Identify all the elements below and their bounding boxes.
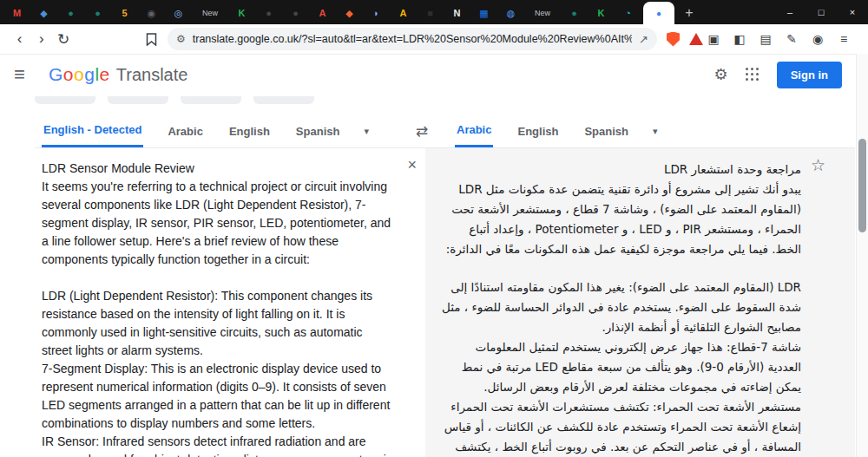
paragraph: مستشعر الأشعة تحت الحمراء: تكتشف مستشعرا… bbox=[439, 397, 801, 457]
browser-tab-notion[interactable]: N bbox=[444, 2, 470, 24]
language-tab-spanish[interactable]: Spanish bbox=[582, 114, 630, 147]
active-tab[interactable]: ● bbox=[643, 2, 674, 24]
swap-languages-icon[interactable]: ⇄ bbox=[389, 114, 455, 147]
tab-favicon-blue-site: ◆ bbox=[40, 9, 47, 18]
category-pill[interactable] bbox=[35, 96, 95, 104]
menu-icon[interactable]: ≡ bbox=[833, 29, 854, 49]
browser-tab-red-a-site[interactable]: A bbox=[309, 2, 336, 24]
page-scrollbar[interactable] bbox=[856, 54, 868, 457]
browser-tab-dark-site[interactable]: ● bbox=[255, 2, 282, 24]
browser-tab-teal-site[interactable]: ● bbox=[561, 2, 588, 24]
paragraph: يبدو أنك تشير إلى مشروع أو دائرة تقنية ي… bbox=[439, 180, 801, 259]
target-lang-tabs: ArabicEnglishSpanish bbox=[455, 114, 630, 147]
browser-tab-ring-site[interactable]: ◎ bbox=[165, 2, 192, 24]
site-info-icon[interactable]: ⚙ bbox=[176, 33, 186, 45]
header-actions: ⚙ Sign in bbox=[714, 62, 842, 88]
tab-card-icon[interactable]: ▣ bbox=[703, 29, 724, 49]
save-translation-star-icon[interactable]: ☆ bbox=[811, 157, 825, 173]
tab-favicon-ring-site: ◎ bbox=[174, 9, 183, 18]
tab-favicon-gmail: M bbox=[13, 9, 21, 18]
tab-favicon-blue-circle-site: ◗ bbox=[373, 9, 379, 18]
tab-favicon-yellow-a-site: A bbox=[400, 9, 407, 18]
browser-tab-gmail[interactable]: M bbox=[3, 2, 30, 24]
pinned-tabs: M◆●●5◉◎NewK●●A◆◗A■N▦◍New●K◔ bbox=[3, 2, 641, 24]
settings-gear-icon[interactable]: ⚙ bbox=[714, 65, 728, 84]
language-bar: English - DetectedArabicEnglishSpanish ▾… bbox=[0, 114, 868, 147]
paragraph: شاشة 7-قطاع: هذا جهاز عرض إلكتروني يستخد… bbox=[439, 337, 801, 397]
triangle-glyph bbox=[689, 33, 703, 45]
wallet-icon[interactable]: ▤ bbox=[755, 29, 776, 49]
browser-tab-green-k-site[interactable]: K bbox=[228, 2, 255, 24]
target-text: مراجعة وحدة استشعار LDRيبدو أنك تشير إلى… bbox=[439, 160, 801, 457]
tab-favicon-black-square-site: ■ bbox=[427, 9, 433, 18]
browser-tab-green-k-site[interactable]: K bbox=[588, 2, 615, 24]
browser-tab-black-square-site[interactable]: ■ bbox=[417, 2, 444, 24]
sidebar-toggle-icon[interactable]: ◧ bbox=[729, 29, 750, 49]
rewards-icon[interactable]: ◉ bbox=[807, 29, 828, 49]
language-tab-spanish[interactable]: Spanish bbox=[294, 114, 342, 147]
new-tab-button[interactable]: + bbox=[678, 2, 700, 24]
window-maximize-button[interactable]: □ bbox=[806, 0, 837, 24]
browser-toolbar: ‹ › ↻ ⚙ translate.google.co.uk/?sl=auto&… bbox=[0, 24, 868, 55]
language-tab-arabic[interactable]: Arabic bbox=[166, 114, 204, 147]
browser-tab-orange-diamond-site[interactable]: ◆ bbox=[336, 2, 363, 24]
category-pill[interactable] bbox=[181, 96, 241, 104]
share-icon[interactable]: ↗ bbox=[639, 33, 648, 46]
paragraph: IR Sensor: Infrared sensors detect infra… bbox=[42, 433, 396, 457]
url-text: translate.google.co.uk/?sl=auto&tl=ar&te… bbox=[193, 33, 632, 45]
logo-letter: o bbox=[74, 64, 84, 84]
paragraph: LDR Sensor Module Review bbox=[42, 160, 396, 178]
window-minimize-button[interactable]: – bbox=[774, 0, 806, 24]
category-pill[interactable] bbox=[108, 96, 168, 104]
clear-source-icon[interactable]: × bbox=[407, 157, 417, 173]
back-button[interactable]: ‹ bbox=[9, 28, 30, 50]
browser-tab-dark-site[interactable]: ● bbox=[282, 2, 309, 24]
category-pill[interactable] bbox=[253, 96, 314, 104]
toolbar-right: ▣◧▤✎◉≡ bbox=[703, 29, 859, 49]
browser-tab-new-tab[interactable]: New bbox=[192, 2, 228, 24]
logo-translate-label: Translate bbox=[116, 65, 188, 85]
browser-tab-teal-site[interactable]: ● bbox=[84, 2, 111, 24]
forward-button[interactable]: › bbox=[30, 28, 52, 50]
browser-tab-new-tab[interactable]: New bbox=[524, 2, 561, 24]
translate-logo[interactable]: Google Translate bbox=[49, 64, 187, 85]
window-close-button[interactable]: × bbox=[837, 0, 868, 24]
brave-shield-icon[interactable] bbox=[667, 32, 680, 47]
language-tab-english[interactable]: English bbox=[227, 114, 272, 147]
sign-in-button[interactable]: Sign in bbox=[777, 62, 842, 88]
browser-tab-orange-five[interactable]: 5 bbox=[111, 2, 138, 24]
browser-tab-gray-site[interactable]: ◉ bbox=[138, 2, 165, 24]
translate-header: ≡ Google Translate ⚙ Sign in bbox=[0, 55, 868, 95]
bookmark-icon[interactable] bbox=[141, 28, 162, 50]
browser-tab-blue-site[interactable]: ◆ bbox=[30, 2, 57, 24]
chevron-down-icon[interactable]: ▾ bbox=[364, 114, 369, 147]
tab-favicon-cyan-site: ◔ bbox=[625, 9, 631, 18]
browser-tab-teal-site[interactable]: ● bbox=[57, 2, 84, 24]
tab-favicon-orange-five: 5 bbox=[122, 9, 127, 18]
target-language-group: ArabicEnglishSpanish ▾ bbox=[455, 114, 658, 147]
browser-tab-cyan-site[interactable]: ◔ bbox=[615, 2, 641, 24]
address-bar[interactable]: ⚙ translate.google.co.uk/?sl=auto&tl=ar&… bbox=[168, 28, 657, 50]
warning-extension-icon[interactable] bbox=[689, 33, 703, 45]
browser-tabstrip: M◆●●5◉◎NewK●●A◆◗A■N▦◍New●K◔ ● + – □ × bbox=[0, 0, 868, 24]
category-pills bbox=[0, 95, 868, 109]
window-controls: – □ × bbox=[774, 0, 868, 24]
browser-tab-blue-circle-site[interactable]: ◗ bbox=[363, 2, 390, 24]
language-tab-english[interactable]: English bbox=[516, 114, 560, 147]
google-apps-icon[interactable] bbox=[746, 68, 760, 82]
hamburger-menu-icon[interactable]: ≡ bbox=[14, 63, 40, 86]
translate-favicon-icon: ● bbox=[656, 9, 661, 18]
chevron-down-icon[interactable]: ▾ bbox=[653, 114, 658, 147]
source-lang-tabs: English - DetectedArabicEnglishSpanish bbox=[42, 114, 341, 147]
logo-letter: g bbox=[84, 64, 95, 84]
browser-tab-blue-grid-site[interactable]: ▦ bbox=[470, 2, 497, 24]
customize-icon[interactable]: ✎ bbox=[781, 29, 802, 49]
language-tab-english-detected[interactable]: English - Detected bbox=[42, 114, 143, 147]
browser-tab-yellow-a-site[interactable]: A bbox=[390, 2, 417, 24]
language-tab-arabic[interactable]: Arabic bbox=[455, 114, 493, 147]
browser-tab-blue-dot-site[interactable]: ◍ bbox=[497, 2, 524, 24]
reload-button[interactable]: ↻ bbox=[53, 28, 75, 50]
scrollbar-thumb[interactable] bbox=[858, 139, 866, 232]
tab-favicon-orange-diamond-site: ◆ bbox=[345, 9, 352, 18]
source-text-panel[interactable]: × LDR Sensor Module ReviewIt seems you'r… bbox=[35, 148, 425, 457]
